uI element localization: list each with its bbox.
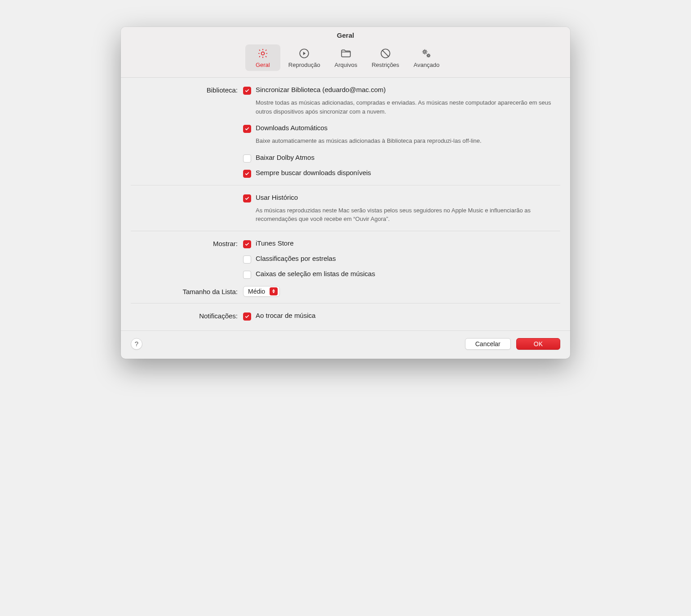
checkbox-sync-library[interactable]	[243, 87, 251, 95]
select-list-size[interactable]: Médio	[243, 286, 280, 297]
checkbox-label: iTunes Store	[256, 239, 294, 247]
select-value: Médio	[248, 288, 265, 295]
checkbox-label: Ao trocar de música	[256, 312, 315, 319]
tab-label: Arquivos	[335, 62, 358, 68]
checkbox-label: Sincronizar Biblioteca (eduardo@mac.com)	[256, 86, 386, 93]
tab-restricoes[interactable]: Restrições	[365, 44, 405, 71]
help-text-history: As músicas reproduzidas neste Mac serão …	[256, 206, 560, 224]
checkbox-star-ratings[interactable]	[243, 255, 251, 264]
content: Biblioteca: Sincronizar Biblioteca (edua…	[121, 78, 570, 322]
tab-avancado[interactable]: Avançado	[408, 44, 446, 71]
checkbox-label: Downloads Automáticos	[256, 124, 328, 132]
checkbox-label: Baixar Dolby Atmos	[256, 154, 314, 161]
help-text-sync: Mostre todas as músicas adicionadas, com…	[256, 98, 560, 116]
cancel-button[interactable]: Cancelar	[465, 338, 511, 350]
chevron-up-down-icon	[270, 287, 278, 295]
footer: ? Cancelar OK	[121, 330, 570, 359]
tab-arquivos[interactable]: Arquivos	[328, 44, 364, 71]
help-text-autodl: Baixe automaticamente as músicas adicion…	[256, 136, 560, 145]
divider	[131, 303, 560, 304]
tab-label: Avançado	[414, 62, 440, 68]
double-gear-icon	[420, 47, 433, 60]
svg-point-0	[261, 52, 264, 55]
gear-icon	[257, 47, 269, 60]
section-label-biblioteca: Biblioteca:	[131, 86, 243, 180]
divider	[131, 231, 560, 231]
checkbox-label: Caixas de seleção em listas de músicas	[256, 270, 375, 277]
svg-point-3	[424, 51, 426, 53]
checkbox-song-change-notify[interactable]	[243, 312, 251, 321]
tab-reproducao[interactable]: Reprodução	[282, 44, 327, 71]
no-entry-icon	[379, 47, 392, 60]
tab-geral[interactable]: Geral	[245, 44, 280, 71]
section-label-tamanho: Tamanho da Lista:	[131, 287, 243, 295]
checkbox-label: Usar Histórico	[256, 194, 298, 201]
checkbox-itunes-store[interactable]	[243, 240, 251, 248]
play-circle-icon	[298, 47, 310, 60]
checkbox-fetch-downloads[interactable]	[243, 170, 251, 178]
preferences-window: Geral Geral Reprodução Arquivos Restriçõ…	[121, 27, 570, 359]
window-title: Geral	[121, 27, 570, 42]
checkbox-label: Classificações por estrelas	[256, 255, 336, 262]
section-label-notificacoes: Notificações:	[131, 312, 243, 322]
divider	[131, 185, 560, 185]
svg-point-4	[428, 55, 430, 57]
checkbox-auto-downloads[interactable]	[243, 125, 251, 133]
checkbox-dolby-atmos[interactable]	[243, 154, 251, 163]
tab-label: Restrições	[372, 62, 399, 68]
section-label-mostrar: Mostrar:	[131, 239, 243, 282]
folder-icon	[340, 47, 352, 60]
checkbox-use-history[interactable]	[243, 194, 251, 202]
tab-label: Geral	[256, 62, 270, 68]
help-button[interactable]: ?	[131, 338, 142, 350]
tab-label: Reprodução	[288, 62, 320, 68]
ok-button[interactable]: OK	[516, 338, 560, 350]
toolbar: Geral Reprodução Arquivos Restrições Ava…	[121, 42, 570, 78]
checkbox-list-checkboxes[interactable]	[243, 271, 251, 279]
checkbox-label: Sempre buscar downloads disponíveis	[256, 169, 371, 176]
